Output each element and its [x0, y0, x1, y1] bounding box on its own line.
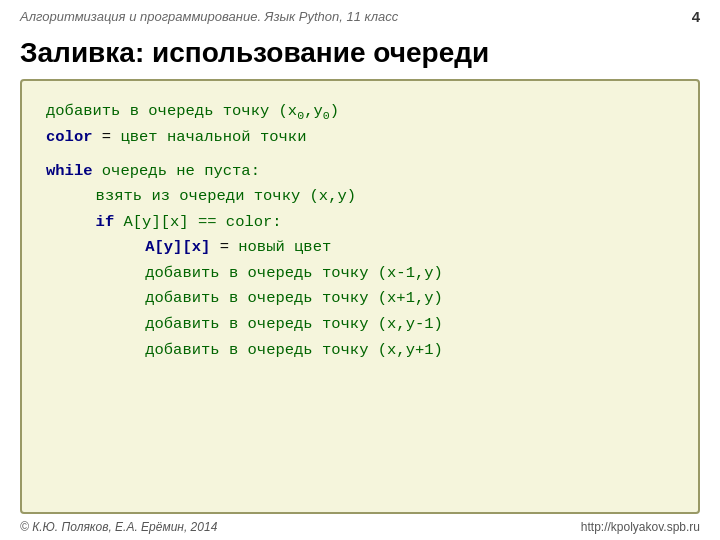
code-line-2: color = цвет начальной точки [46, 125, 674, 151]
footer-url: http://kpolyakov.spb.ru [581, 520, 700, 534]
code-empty-1 [46, 151, 674, 159]
code-line-4: взять из очереди точку (x,y) [46, 184, 674, 210]
code-line-5: if A[y][x] == color: [46, 210, 674, 236]
code-line-1: добавить в очередь точку (x0,y0) [46, 99, 674, 125]
code-line-3: while очередь не пуста: [46, 159, 674, 185]
code-line-7: добавить в очередь точку (x-1,y) [46, 261, 674, 287]
code-line-6: A[y][x] = новый цвет [46, 235, 674, 261]
code-line-8: добавить в очередь точку (x+1,y) [46, 286, 674, 312]
code-content: добавить в очередь точку (x0,y0) color =… [46, 99, 674, 363]
code-box: добавить в очередь точку (x0,y0) color =… [20, 79, 700, 514]
code-line-9: добавить в очередь точку (x,y-1) [46, 312, 674, 338]
header: Алгоритмизация и программирование. Язык … [0, 0, 720, 29]
header-subtitle: Алгоритмизация и программирование. Язык … [20, 9, 398, 24]
footer: © К.Ю. Поляков, Е.А. Ерёмин, 2014 http:/… [0, 514, 720, 540]
code-line-10: добавить в очередь точку (x,y+1) [46, 338, 674, 364]
slide-title: Заливка: использование очереди [0, 29, 720, 79]
footer-copyright: © К.Ю. Поляков, Е.А. Ерёмин, 2014 [20, 520, 217, 534]
slide: Алгоритмизация и программирование. Язык … [0, 0, 720, 540]
slide-number: 4 [692, 8, 700, 25]
